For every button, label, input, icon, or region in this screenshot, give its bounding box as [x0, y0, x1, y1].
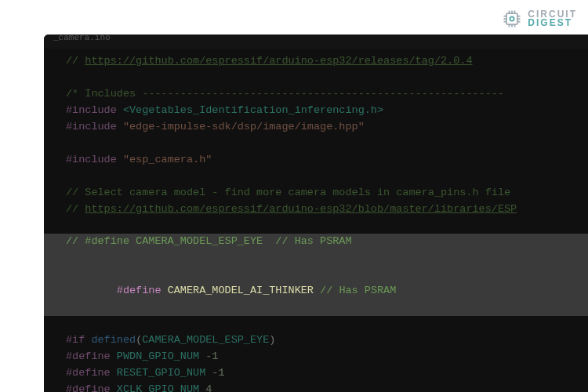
code-area[interactable]: // https://github.com/espressif/arduino-… — [44, 49, 588, 392]
comment: // #define CAMERA_MODEL_ESP_EYE // Has P… — [66, 235, 352, 247]
highlighted-region: // #define CAMERA_MODEL_ESP_EYE // Has P… — [44, 234, 588, 316]
blank-line — [44, 136, 588, 152]
site-watermark: CIRCUIT DIGEST — [501, 8, 577, 30]
preprocessor: #define — [66, 383, 111, 392]
blank-line — [44, 217, 588, 234]
include-path: "esp_camera.h" — [123, 154, 212, 165]
code-line: // https://github.com/espressif/arduino-… — [44, 53, 588, 70]
code-line: #define XCLK_GPIO_NUM 4 — [44, 382, 588, 392]
code-line: /* Includes ----------------------------… — [44, 86, 588, 103]
number: 4 — [205, 383, 212, 392]
code-line: #define CAMERA_MODEL_AI_THINKER // Has P… — [44, 250, 588, 316]
preprocessor: #define — [117, 285, 162, 296]
code-line: #include <Vegetables_Identification_infe… — [44, 103, 588, 119]
preprocessor: #define — [66, 367, 111, 379]
number: -1 — [205, 350, 218, 362]
include-path: "edge-impulse-sdk/dsp/image/image.hpp" — [123, 121, 365, 132]
number: -1 — [212, 367, 224, 379]
include-path: <Vegetables_Identification_inferencing.h… — [123, 104, 383, 116]
comment: /* Includes ----------------------------… — [66, 88, 504, 100]
preprocessor: #include — [66, 154, 117, 165]
code-line: #define PWDN_GPIO_NUM -1 — [44, 349, 588, 365]
code-line: // https://github.com/espressif/arduino-… — [44, 201, 588, 218]
file-tab[interactable]: _camera.ino — [47, 34, 117, 45]
watermark-line2: DIGEST — [528, 19, 577, 27]
macro-name: CAMERA_MODEL_AI_THINKER — [168, 285, 314, 296]
code-line: #define RESET_GPIO_NUM -1 — [44, 365, 588, 382]
code-line: #include "edge-impulse-sdk/dsp/image/ima… — [44, 119, 588, 136]
svg-rect-0 — [506, 13, 517, 24]
code-line: // Select camera model - find more camer… — [44, 185, 588, 201]
blank-line — [44, 316, 588, 332]
comment: // Has PSRAM — [314, 285, 396, 296]
url-link[interactable]: https://github.com/espressif/arduino-esp… — [85, 203, 517, 215]
macro-name: XCLK_GPIO_NUM — [117, 383, 199, 392]
comment: // — [66, 55, 85, 67]
macro-name: PWDN_GPIO_NUM — [117, 350, 199, 362]
comment: // — [66, 203, 85, 215]
url-link[interactable]: https://github.com/espressif/arduino-esp… — [85, 55, 472, 67]
watermark-text: CIRCUIT DIGEST — [528, 10, 577, 27]
preprocessor: #define — [66, 350, 111, 362]
chip-icon — [501, 8, 523, 30]
code-line: // #define CAMERA_MODEL_ESP_EYE // Has P… — [44, 234, 588, 250]
keyword: defined — [91, 334, 136, 346]
macro-name: RESET_GPIO_NUM — [117, 367, 205, 379]
code-line: #if defined(CAMERA_MODEL_ESP_EYE) — [44, 332, 588, 349]
preprocessor: #include — [66, 104, 117, 116]
comment: // Select camera model - find more camer… — [66, 187, 510, 198]
svg-point-1 — [510, 16, 514, 20]
preprocessor: #if — [66, 334, 85, 346]
macro-name: CAMERA_MODEL_ESP_EYE — [142, 334, 269, 346]
code-line: #include "esp_camera.h" — [44, 152, 588, 169]
tab-bar: _camera.ino — [44, 34, 588, 49]
blank-line — [44, 70, 588, 86]
preprocessor: #include — [66, 121, 117, 132]
blank-line — [44, 169, 588, 185]
code-editor[interactable]: _camera.ino // https://github.com/espres… — [44, 34, 588, 392]
